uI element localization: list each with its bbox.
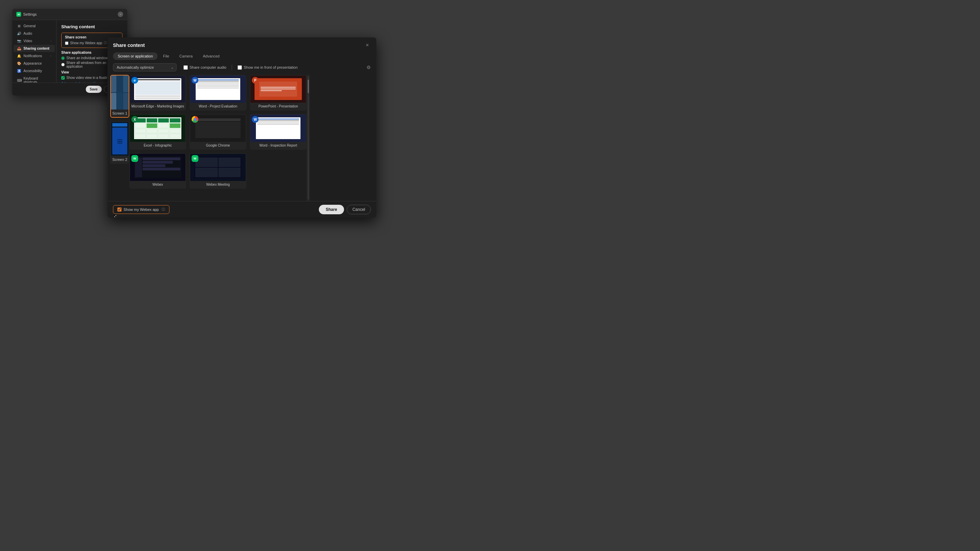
screen2-card[interactable]: ⊞ Screen 2 [110, 121, 129, 164]
tab-file[interactable]: File [158, 52, 174, 60]
sidebar-label-appearance: Appearance [24, 62, 42, 65]
ppt-page-inner [259, 82, 297, 97]
tab-advanced[interactable]: Advanced [198, 52, 224, 60]
sidebar-item-sharing[interactable]: 📤 Sharing content [14, 45, 55, 52]
word2-page-mock [256, 118, 300, 139]
screen1-cell-1 [111, 76, 116, 92]
radio-all[interactable] [61, 63, 65, 66]
sidebar-item-notifications[interactable]: 🔔 Notifications › [14, 52, 55, 60]
excel-cell-12 [169, 129, 181, 133]
info-icon-settings[interactable]: ⓘ [104, 41, 107, 45]
webex1-icon: W [131, 155, 138, 162]
screen1-label: Screen 1 [111, 110, 129, 117]
excel-cell-15 [158, 134, 169, 138]
chrome-icon [192, 116, 198, 123]
word1-line-4 [197, 84, 239, 84]
app-card-chrome[interactable]: Google Chrome [189, 114, 247, 150]
excel-page-mock [134, 118, 181, 139]
excel-thumb: X [130, 114, 185, 142]
excel-cell-2 [146, 118, 158, 123]
word2-line-1 [257, 119, 299, 119]
optimize-select[interactable]: Automatically optimize Optimize for moti… [113, 63, 177, 71]
word2-line-5 [257, 124, 299, 125]
app-card-webex2[interactable]: W Webex Meeting [189, 153, 247, 189]
video-icon: 📷 [17, 39, 21, 43]
app-card-excel[interactable]: X [129, 114, 186, 150]
save-button[interactable]: Save [86, 86, 102, 93]
word1-line-2 [197, 81, 239, 82]
show-in-front-checkbox[interactable] [237, 65, 242, 70]
share-settings-gear[interactable]: ⚙ [366, 65, 371, 70]
floating-window-checkbox[interactable] [61, 76, 65, 79]
edge-thumb: e [130, 76, 185, 103]
app-card-word1[interactable]: W Word - Project Evaluation [189, 75, 247, 111]
share-window-title: Share content [113, 43, 145, 48]
show-webex-checkbox-share[interactable] [118, 208, 121, 211]
cancel-button-share[interactable]: Cancel [347, 205, 371, 214]
tab-screen-or-app[interactable]: Screen or application [113, 52, 158, 60]
excel-cell-8 [169, 123, 181, 128]
sidebar-item-video[interactable]: 📷 Video › [14, 37, 55, 44]
optimize-select-wrapper: Automatically optimize Optimize for moti… [113, 63, 177, 71]
screen1-cell-3 [123, 76, 129, 92]
share-close-button[interactable]: × [364, 41, 371, 49]
word1-line-5 [197, 85, 239, 86]
screen1-grid [111, 76, 129, 110]
word2-line-2 [257, 120, 299, 121]
ppt-line-3 [261, 90, 282, 91]
excel-content [130, 114, 185, 142]
grid-scrollbar[interactable] [307, 75, 310, 201]
share-audio-checkbox[interactable] [183, 65, 188, 70]
ppt-line-2 [261, 89, 296, 89]
webex1-thumb: W [130, 154, 185, 181]
tab-camera[interactable]: Camera [175, 52, 197, 60]
edge-line-2 [135, 95, 180, 97]
settings-close-button[interactable]: × [118, 11, 123, 17]
share-grid: Screen 1 ⊞ Screen 2 [108, 75, 376, 201]
apps-grid: e Microsoft Edge - Marketing Images [129, 75, 307, 201]
edge-page-mock [134, 78, 181, 100]
app-card-word2[interactable]: W Word - Inspection Report [250, 114, 307, 150]
app-card-ppt[interactable]: P PowerPoint - Presentation [250, 75, 307, 111]
word1-line-6 [197, 86, 239, 87]
word1-label: Word - Project Evaluation [190, 103, 246, 110]
edge-line-3 [135, 98, 180, 98]
sidebar-item-audio[interactable]: 🔊 Audio [14, 30, 55, 37]
app-card-webex1[interactable]: W [129, 153, 186, 189]
radio-individual[interactable] [61, 56, 65, 60]
screen2-desktop: ⊞ [112, 127, 127, 154]
audio-icon: 🔊 [17, 32, 21, 35]
show-webex-info-icon[interactable]: ⓘ [162, 207, 165, 212]
show-webex-checkbox-settings[interactable] [65, 41, 68, 45]
share-button[interactable]: Share [319, 205, 344, 214]
webex-msg-2 [143, 161, 172, 164]
sidebar-item-accessibility[interactable]: ♿ Accessibility [14, 67, 55, 75]
ppt-thumb: P [250, 76, 306, 103]
sidebar-label-general: General [24, 24, 36, 28]
excel-cell-7 [158, 123, 169, 128]
webex2-thumb: W [190, 154, 246, 181]
chrome-label: Google Chrome [190, 142, 246, 149]
excel-cell-14 [146, 134, 158, 138]
sidebar-item-keyboard[interactable]: ⌨ Keyboard shortcuts [14, 75, 55, 83]
webex2-label: Webex Meeting [190, 181, 246, 188]
general-icon: ⊞ [17, 24, 21, 28]
appearance-icon: 🎨 [17, 62, 21, 65]
webex1-page-mock [134, 156, 181, 178]
webex2-icon: W [192, 155, 198, 162]
share-actions: Share Cancel [319, 205, 371, 214]
sidebar-item-general[interactable]: ⊞ General [14, 22, 55, 30]
screen1-cell-6 [123, 93, 129, 110]
share-audio-item: Share computer audio [183, 65, 226, 70]
show-webex-app-box[interactable]: Show my Webex app ⓘ [113, 205, 169, 214]
sidebar-item-appearance[interactable]: 🎨 Appearance [14, 60, 55, 67]
excel-label: Excel - Infographic [130, 142, 185, 149]
sharing-icon: 📤 [17, 47, 21, 50]
keyboard-icon: ⌨ [17, 79, 21, 82]
excel-cell-5 [135, 123, 146, 128]
excel-cell-9 [135, 129, 146, 133]
excel-cell-11 [158, 129, 169, 133]
webex-msg-1 [143, 157, 180, 160]
screen1-card[interactable]: Screen 1 [110, 75, 129, 118]
app-card-edge[interactable]: e Microsoft Edge - Marketing Images [129, 75, 186, 111]
